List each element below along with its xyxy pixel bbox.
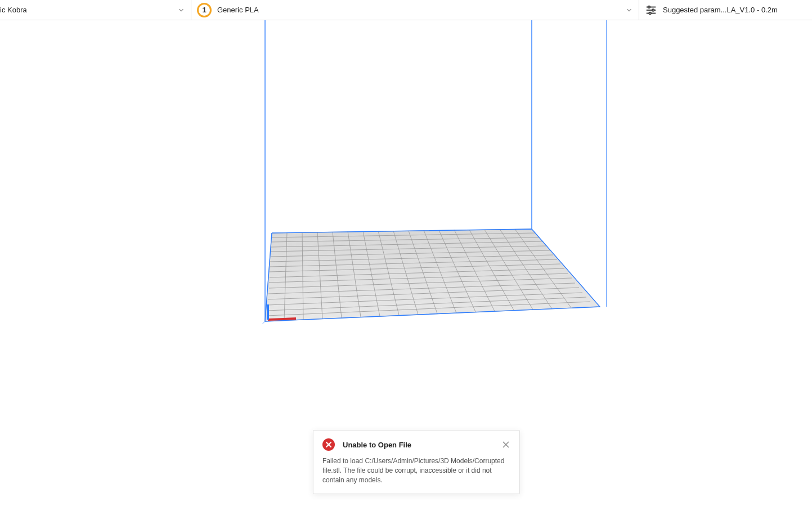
toast-title: Unable to Open File: [343, 441, 501, 449]
material-label: Generic PLA: [217, 6, 621, 14]
svg-line-47: [268, 319, 296, 320]
toast-body: Failed to load C:/Users/Admin/Pictures/3…: [322, 456, 510, 485]
close-icon[interactable]: [501, 440, 510, 449]
profile-label: Suggested param...LA_V1.0 - 0.2m: [663, 6, 812, 14]
extruder-badge: 1: [197, 3, 212, 17]
error-icon: [322, 438, 335, 451]
error-toast: Unable to Open File Failed to load C:/Us…: [313, 430, 520, 494]
svg-marker-9: [265, 229, 600, 321]
profile-selector[interactable]: Suggested param...LA_V1.0 - 0.2m: [639, 0, 812, 20]
toast-header: Unable to Open File: [322, 438, 510, 451]
svg-line-46: [262, 321, 265, 324]
sliders-icon: [645, 4, 657, 16]
extruder-number: 1: [202, 6, 206, 14]
svg-point-5: [649, 12, 651, 14]
chevron-down-icon: [625, 6, 633, 14]
svg-point-3: [652, 9, 654, 11]
printer-selector[interactable]: ic Kobra: [0, 0, 191, 20]
material-selector[interactable]: 1 Generic PLA: [191, 0, 639, 20]
top-toolbar: ic Kobra 1 Generic PLA Suggested param..…: [0, 0, 812, 20]
chevron-down-icon: [177, 6, 185, 14]
svg-point-1: [648, 6, 651, 8]
printer-label: ic Kobra: [0, 6, 173, 14]
